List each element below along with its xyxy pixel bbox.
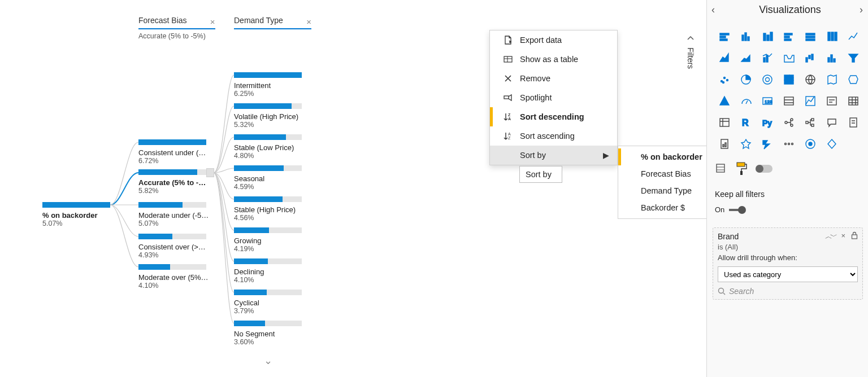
custom1-icon[interactable] — [736, 134, 756, 154]
tree-node[interactable]: Consistent under (<-2...6.72% — [138, 139, 209, 165]
tree-node[interactable]: No Segment3.60% — [234, 321, 302, 346]
scatter-icon[interactable] — [715, 70, 734, 89]
search-field[interactable]: Search — [718, 287, 858, 296]
menu-item-label: Show as a table — [520, 55, 578, 64]
node-label: Stable (High Price) — [234, 205, 302, 214]
clustered-column-icon[interactable] — [736, 27, 756, 46]
funnel-icon[interactable] — [844, 49, 863, 68]
keep-all-filters-toggle[interactable]: On — [715, 205, 861, 214]
power-apps-icon[interactable] — [822, 134, 841, 154]
node-value: 4.10% — [234, 276, 302, 284]
format-toggle[interactable] — [756, 165, 772, 173]
menu-item-export-data[interactable]: Export data — [490, 30, 617, 50]
menu-item-sort-by[interactable]: Sort by ▶ — [490, 146, 617, 165]
gauge-icon[interactable] — [736, 91, 756, 111]
treemap-icon[interactable] — [779, 70, 798, 89]
stacked-area-icon[interactable] — [736, 49, 756, 68]
visualizations-pane: ‹ Visualizations › 123RPy Keep all filte… — [706, 0, 868, 377]
close-icon[interactable]: × — [841, 231, 845, 242]
waterfall-icon[interactable] — [801, 49, 820, 68]
lock-icon[interactable] — [851, 231, 858, 242]
menu-item-label: Export data — [520, 36, 562, 45]
stacked-bar-icon[interactable] — [715, 27, 734, 46]
column-chart-icon[interactable] — [822, 49, 841, 68]
power-automate-icon[interactable] — [758, 134, 777, 154]
tree-node[interactable]: Stable (High Price)4.56% — [234, 196, 302, 222]
svg-rect-28 — [811, 54, 813, 60]
line-chart-icon[interactable] — [844, 27, 863, 46]
tree-node[interactable]: Growing4.19% — [234, 227, 302, 253]
keep-all-filters-section: Keep all filters On — [707, 178, 868, 217]
slicer-icon[interactable] — [822, 91, 841, 111]
column-100-icon[interactable] — [822, 27, 841, 46]
menu-item-show-table[interactable]: Show as a table — [490, 50, 617, 69]
key-influencers-icon[interactable] — [779, 113, 798, 132]
field-card-title: Brand — [718, 232, 739, 241]
menu-item-label: Remove — [520, 74, 550, 83]
map-icon[interactable] — [801, 70, 820, 89]
tree-node[interactable]: Moderate over (5% to ...4.10% — [138, 264, 209, 290]
line-column-icon[interactable] — [758, 49, 777, 68]
kpi-icon[interactable] — [801, 91, 820, 111]
stacked-bar-100-icon[interactable] — [801, 27, 820, 46]
menu-item-sort-ascending[interactable]: AZ Sort ascending — [490, 126, 617, 146]
shape-map-icon[interactable] — [844, 70, 863, 89]
svg-point-37 — [763, 75, 772, 84]
chevron-right-icon[interactable]: › — [856, 4, 866, 16]
stacked-column-icon[interactable] — [758, 27, 777, 46]
used-as-select[interactable]: Used as category — [718, 266, 858, 282]
menu-item-sort-descending[interactable]: ZA Sort descending — [490, 107, 617, 126]
chevron-down-icon[interactable]: ⌄ — [264, 354, 272, 367]
tree-node[interactable]: Accurate (5% to -5%)5.82% — [138, 169, 209, 195]
svg-rect-19 — [806, 36, 815, 38]
matrix-icon[interactable] — [715, 113, 734, 132]
qa-visual-icon[interactable] — [822, 113, 841, 132]
close-icon[interactable]: × — [210, 17, 215, 27]
node-value: 4.19% — [234, 245, 302, 253]
clustered-bar-icon[interactable] — [779, 27, 798, 46]
tree-node[interactable]: Intermittent6.25% — [234, 72, 302, 98]
report-icon[interactable] — [715, 134, 734, 154]
decomposition-tree-icon[interactable] — [801, 113, 820, 132]
arcgis-icon[interactable] — [801, 134, 820, 154]
donut-icon[interactable] — [758, 70, 777, 89]
column-header-forecast-bias[interactable]: Forecast Bias × — [138, 16, 215, 29]
more-visuals-icon[interactable] — [779, 134, 798, 154]
menu-item-spotlight[interactable]: Spotlight — [490, 88, 617, 107]
tree-node[interactable]: Seasonal4.59% — [234, 165, 302, 191]
card-icon[interactable]: 123 — [758, 91, 777, 111]
tree-node[interactable]: Stable (Low Price)4.80% — [234, 134, 302, 160]
azure-map-icon[interactable] — [715, 91, 734, 111]
menu-item-label: Sort ascending — [520, 131, 575, 141]
menu-item-label: Sort by — [520, 151, 546, 160]
tree-node[interactable]: Declining4.10% — [234, 258, 302, 284]
svg-rect-62 — [725, 143, 726, 147]
area-chart-icon[interactable] — [715, 49, 734, 68]
fields-icon[interactable] — [715, 163, 727, 175]
node-value: 5.32% — [234, 121, 302, 129]
paint-roller-icon[interactable] — [735, 161, 748, 176]
tree-node[interactable]: Consistent over (>20%)4.93% — [138, 234, 209, 259]
tree-root-node[interactable]: % on backorder 5.07% — [42, 202, 110, 227]
pie-icon[interactable] — [736, 70, 756, 89]
r-visual-icon[interactable]: R — [736, 113, 756, 132]
paginated-icon[interactable] — [844, 113, 863, 132]
tree-node[interactable]: Cyclical3.79% — [234, 290, 302, 315]
filled-map-icon[interactable] — [822, 70, 841, 89]
multirow-card-icon[interactable] — [779, 91, 798, 111]
python-visual-icon[interactable]: Py — [758, 113, 777, 132]
svg-rect-26 — [806, 58, 808, 62]
column-header-demand-type[interactable]: Demand Type × — [234, 16, 311, 29]
close-icon[interactable]: × — [306, 17, 311, 27]
chevron-left-icon[interactable]: ‹ — [708, 4, 718, 16]
chevron-up-down-icon[interactable]: ︿﹀ — [825, 231, 835, 242]
filters-tab-collapsed[interactable]: Filters — [686, 34, 695, 69]
tree-node[interactable]: Volatile (High Price)5.32% — [234, 103, 302, 129]
column-header-label: Forecast Bias — [138, 16, 187, 25]
menu-item-remove[interactable]: Remove — [490, 69, 617, 88]
ribbon-chart-icon[interactable] — [779, 49, 798, 68]
tree-node[interactable]: Moderate under (-5% ...5.07% — [138, 202, 209, 227]
expand-handle[interactable] — [206, 168, 214, 177]
table-icon[interactable] — [844, 91, 863, 111]
svg-point-34 — [727, 80, 728, 81]
